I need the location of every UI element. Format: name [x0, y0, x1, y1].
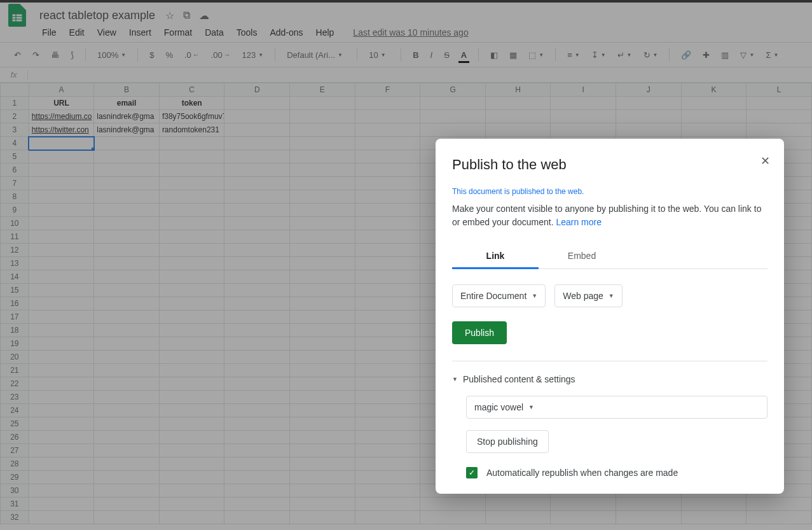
dialog-tabs: Link Embed [452, 244, 767, 269]
publish-dialog: ✕ Publish to the web This document is pu… [436, 139, 784, 494]
auto-republish-checkbox[interactable]: ✓ [466, 467, 478, 478]
learn-more-link[interactable]: Learn more [556, 217, 602, 227]
dialog-description: Make your content visible to anyone by p… [452, 202, 767, 229]
stop-publishing-button[interactable]: Stop publishing [466, 430, 549, 453]
select-output-type[interactable]: Web page▼ [554, 284, 623, 307]
settings-header: Published content & settings [463, 374, 575, 384]
tab-link[interactable]: Link [452, 244, 539, 269]
settings-toggle[interactable]: ▼ Published content & settings [452, 374, 767, 384]
chevron-down-icon: ▼ [452, 376, 458, 382]
select-sheet[interactable]: magic vowel▼ [466, 396, 767, 419]
tab-embed[interactable]: Embed [539, 244, 625, 268]
divider [452, 361, 767, 361]
dialog-title: Publish to the web [452, 157, 767, 173]
auto-republish-label: Automatically republish when changes are… [486, 468, 678, 478]
publish-button[interactable]: Publish [452, 321, 507, 344]
publish-status: This document is published to the web. [452, 187, 767, 196]
close-icon[interactable]: ✕ [760, 154, 770, 168]
select-document-scope[interactable]: Entire Document▼ [452, 284, 546, 307]
